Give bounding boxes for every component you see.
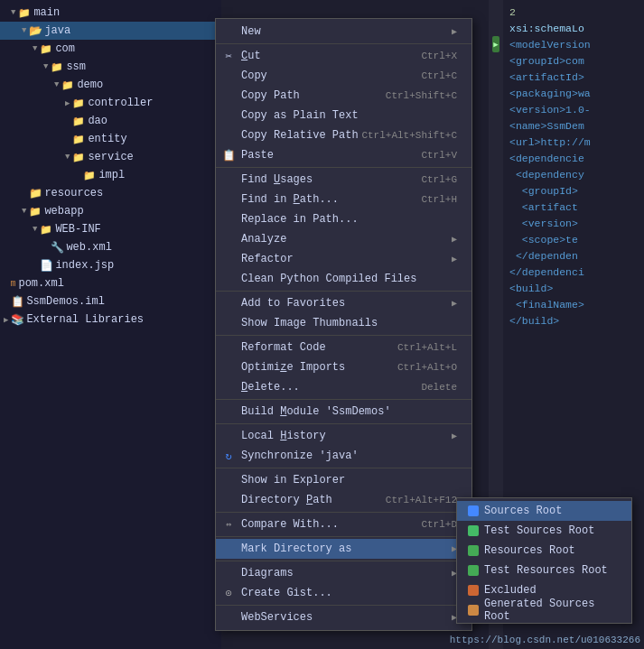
menu-item-copy-plain[interactable]: Copy as Plain Text [216, 106, 471, 125]
menu-item-copy-path[interactable]: Copy Path Ctrl+Shift+C [216, 86, 471, 106]
menu-item-find-usages[interactable]: Find Usages Ctrl+G [216, 170, 471, 190]
menu-item-directory-path[interactable]: Directory Path Ctrl+Alt+F12 [216, 490, 471, 510]
menu-separator [216, 536, 471, 537]
submenu-item-generated-sources-root[interactable]: Generated Sources Root [457, 600, 631, 620]
tree-item-java[interactable]: ▼ 📂 java [0, 22, 221, 40]
gutter-line [492, 166, 499, 182]
mark-directory-submenu: Sources Root Test Sources Root Resources… [456, 497, 632, 624]
github-icon: ⊙ [221, 587, 236, 600]
tree-item-iml[interactable]: ▶ 📋 SsmDemos.iml [0, 292, 221, 311]
tree-item-main[interactable]: ▼ 📁 main [0, 4, 221, 22]
tree-item-impl[interactable]: ▶ 📁 impl [0, 166, 221, 184]
xml-line: <groupId> [509, 182, 640, 199]
tree-item-ext-libs[interactable]: ▶ 📚 External Libraries [0, 311, 221, 329]
folder-icon: 📁 [28, 204, 42, 218]
gutter-line [492, 52, 499, 69]
menu-label: Create Gist... [241, 587, 332, 599]
menu-label: Diagrams [241, 567, 294, 579]
xml-line: <packaging>wa [509, 85, 640, 101]
tree-item-demo[interactable]: ▼ 📁 demo [0, 76, 221, 94]
shortcut-label: Ctrl+Alt+F12 [386, 495, 457, 505]
maven-icon: m [10, 279, 15, 289]
menu-item-copy[interactable]: Copy Ctrl+C [216, 66, 471, 86]
sync-icon: ↻ [221, 450, 236, 463]
submenu-item-sources-root[interactable]: Sources Root [457, 501, 631, 521]
expand-arrow: ▼ [54, 80, 59, 89]
tree-item-webapp[interactable]: ▼ 📁 webapp [0, 202, 221, 220]
gutter-line [492, 231, 499, 247]
expand-arrow: ▼ [11, 8, 15, 17]
iml-file-icon: 📋 [10, 294, 24, 309]
menu-item-find-in-path[interactable]: Find in Path... Ctrl+H [216, 190, 471, 209]
tree-label: SsmDemos.iml [26, 295, 104, 308]
menu-item-clean-python[interactable]: Clean Python Compiled Files [216, 269, 471, 289]
folder-icon: 📁 [71, 114, 86, 128]
folder-icon: 📁 [71, 96, 86, 110]
tree-item-ssm[interactable]: ▼ 📁 ssm [0, 58, 221, 76]
submenu-item-resources-root[interactable]: Resources Root [457, 541, 631, 561]
menu-separator [216, 468, 471, 468]
xml-line: <version>1.0- [509, 101, 640, 117]
menu-item-synchronize[interactable]: ↻ Synchronize 'java' [216, 446, 471, 466]
tree-item-controller[interactable]: ▶ 📁 controller [0, 94, 221, 112]
menu-separator [216, 423, 471, 424]
resources-root-icon [468, 545, 479, 556]
menu-item-delete[interactable]: Delete... Delete [216, 377, 471, 397]
menu-label: Replace in Path... [241, 213, 359, 226]
tree-item-com[interactable]: ▼ 📁 com [0, 40, 221, 58]
menu-item-diagrams[interactable]: Diagrams ▶ [216, 563, 471, 583]
menu-item-optimize[interactable]: Optimize Imports Ctrl+Alt+O [216, 357, 471, 377]
menu-item-build-module[interactable]: Build Module 'SsmDemos' [216, 402, 471, 422]
menu-item-paste[interactable]: 📋 Paste Ctrl+V [216, 145, 471, 165]
tree-item-webxml[interactable]: ▶ 🔧 web.xml [0, 238, 221, 256]
tree-item-resources[interactable]: ▶ 📁 resources [0, 184, 221, 202]
menu-item-refactor[interactable]: Refactor ▶ [216, 249, 471, 269]
tree-label: web.xml [66, 241, 111, 254]
shortcut-label: Ctrl+Shift+C [386, 90, 457, 101]
tree-label: webapp [44, 205, 83, 218]
submenu-item-test-sources-root[interactable]: Test Sources Root [457, 521, 631, 541]
submenu-item-test-resources-root[interactable]: Test Resources Root [457, 561, 631, 580]
menu-item-cut[interactable]: ✂ Cut Ctrl+X [216, 46, 471, 66]
menu-item-create-gist[interactable]: ⊙ Create Gist... [216, 583, 471, 603]
menu-item-compare-with[interactable]: ⇔ Compare With... Ctrl+D [216, 515, 471, 534]
menu-label: Show in Explorer [241, 474, 345, 487]
watermark: https://blog.csdn.net/u010633266 [450, 635, 640, 645]
menu-label: WebServices [241, 611, 313, 624]
menu-item-show-in-explorer[interactable]: Show in Explorer [216, 470, 471, 490]
submenu-label: Excluded [484, 584, 537, 597]
menu-label: Cut [241, 50, 261, 62]
tree-item-service[interactable]: ▼ 📁 service [0, 148, 221, 166]
menu-item-show-thumbs[interactable]: Show Image Thumbnails [216, 313, 471, 333]
tree-item-entity[interactable]: ▶ 📁 entity [0, 130, 221, 148]
menu-item-copy-relative[interactable]: Copy Relative Path Ctrl+Alt+Shift+C [216, 125, 471, 145]
shortcut-label: Ctrl+H [421, 194, 457, 205]
menu-label: New [241, 25, 261, 38]
menu-item-new[interactable]: New ▶ [216, 22, 471, 42]
xml-line: 2 [509, 4, 640, 20]
menu-item-replace-in-path[interactable]: Replace in Path... [216, 209, 471, 229]
tree-item-webinf[interactable]: ▼ 📁 WEB-INF [0, 220, 221, 238]
context-menu: New ▶ ✂ Cut Ctrl+X Copy Ctrl+C Copy Path… [215, 18, 472, 631]
menu-label: Find Usages [241, 173, 313, 186]
gutter-line [492, 312, 499, 329]
tree-item-indexjsp[interactable]: ▶ 📄 index.jsp [0, 256, 221, 274]
menu-item-webservices[interactable]: WebServices ▶ [216, 607, 471, 627]
folder-icon: 📁 [82, 168, 97, 182]
tree-item-pomxml[interactable]: ▶ m pom.xml [0, 274, 221, 292]
menu-item-add-favorites[interactable]: Add to Favorites ▶ [216, 293, 471, 313]
gutter-line [492, 215, 499, 231]
folder-res-icon: 📁 [28, 186, 42, 200]
excluded-icon [468, 585, 479, 596]
shortcut-label: Ctrl+Alt+L [397, 342, 457, 353]
file-tree: ▼ 📁 main ▼ 📂 java ▼ 📁 com ▼ 📁 ssm ▼ 📁 de… [0, 0, 221, 649]
folder-icon: 📁 [17, 5, 32, 20]
menu-item-mark-dir[interactable]: Mark Directory as ▶ [216, 539, 471, 559]
generated-sources-root-icon [468, 605, 479, 616]
menu-item-local-history[interactable]: Local History ▶ [216, 426, 471, 446]
tree-item-dao[interactable]: ▶ 📁 dao [0, 112, 221, 130]
gutter-line [492, 280, 499, 296]
sources-root-icon [468, 505, 479, 516]
menu-item-analyze[interactable]: Analyze ▶ [216, 229, 471, 249]
menu-item-reformat[interactable]: Reformat Code Ctrl+Alt+L [216, 338, 471, 357]
